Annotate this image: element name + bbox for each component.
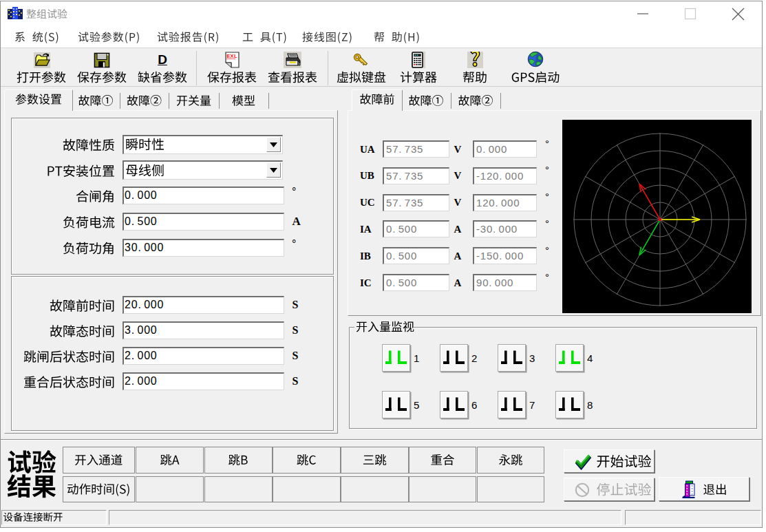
svg-text:EXL: EXL [226,53,237,59]
